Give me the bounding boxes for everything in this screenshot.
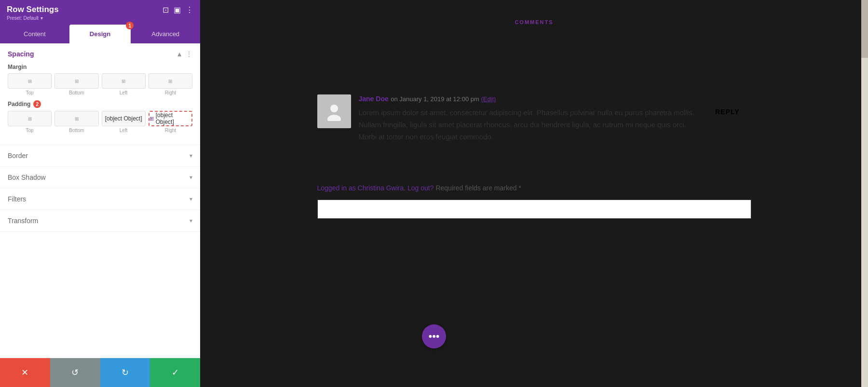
redo-button[interactable]: ↻: [100, 358, 150, 387]
padding-right-label: Right: [165, 128, 176, 133]
save-button[interactable]: ✓: [150, 358, 200, 387]
preview-content: COMMENTS What do you think? 12 Comments …: [200, 0, 868, 387]
filters-title: Filters: [8, 195, 26, 203]
right-panel: COMMENTS What do you think? 12 Comments …: [200, 0, 868, 387]
box-shadow-section[interactable]: Box Shadow ▾: [0, 167, 200, 188]
cancel-icon: ✕: [21, 367, 28, 378]
layout-icon[interactable]: ▣: [174, 5, 181, 14]
scrollbar-thumb[interactable]: [861, 0, 868, 58]
frame-icon[interactable]: ⊡: [163, 5, 169, 14]
spacing-header-icons: ▲ ⋮: [176, 50, 192, 58]
margin-left-link-icon: ⊞: [122, 79, 125, 84]
margin-group: Margin ⊞ Top ⊞ Bottom: [8, 64, 192, 95]
logged-in-link[interactable]: Logged in as Christina Gwira. Log out?: [317, 184, 434, 192]
padding-right-field: ⊞ [object Object] Right: [149, 111, 192, 133]
margin-top-label: Top: [26, 90, 34, 95]
padding-right-input[interactable]: ⊞ [object Object]: [149, 111, 192, 126]
margin-top-field: ⊞ Top: [8, 73, 52, 95]
margin-right-field: ⊞ Right: [149, 73, 192, 95]
padding-bottom-field: ⊞ Bottom: [54, 111, 98, 133]
padding-link-icon: ⊞: [149, 116, 154, 122]
border-title: Border: [8, 152, 28, 160]
comment-author-line: Jane Doe on January 1, 2019 at 12:00 pm …: [359, 94, 696, 103]
spacing-more-icon[interactable]: ⋮: [186, 50, 192, 58]
bottom-bar: ✕ ↺ ↻ ✓: [0, 358, 200, 387]
border-chevron: ▾: [190, 152, 192, 159]
margin-bottom-link-icon: ⊞: [75, 79, 79, 84]
padding-right-value: [object Object]: [156, 112, 191, 125]
padding-left-label: Left: [120, 128, 128, 133]
margin-right-label: Right: [165, 90, 176, 95]
padding-top-input[interactable]: ⊞: [8, 111, 52, 126]
transform-section[interactable]: Transform ▾: [0, 210, 200, 232]
panel-title: Row Settings: [7, 5, 59, 14]
spacing-title: Spacing: [8, 50, 34, 58]
preset-chevron: ▾: [41, 15, 43, 21]
padding-top-field: ⊞ Top: [8, 111, 52, 133]
margin-top-link-icon: ⊞: [28, 79, 32, 84]
spacing-header: Spacing ▲ ⋮: [8, 50, 192, 58]
comment-text: Lorem ipsum dolor sit amet, consectetur …: [359, 107, 696, 143]
margin-left-label: Left: [120, 90, 128, 95]
logged-in-text: Logged in as Christina Gwira. Log out? R…: [317, 184, 751, 192]
margin-top-input[interactable]: ⊞: [8, 73, 52, 89]
submit-heading: Submit a Comment: [317, 157, 751, 177]
save-icon: ✓: [172, 367, 179, 378]
comment-avatar: [317, 94, 351, 128]
preset-label[interactable]: Preset: Default ▾: [7, 15, 193, 21]
header-icon-group: ⊡ ▣ ⋮: [163, 5, 193, 14]
margin-left-input[interactable]: ⊞: [102, 73, 146, 89]
tab-content[interactable]: Content: [0, 25, 69, 43]
margin-inputs: ⊞ Top ⊞ Bottom ⊞ Left: [8, 73, 192, 95]
comment-textarea[interactable]: [317, 200, 751, 219]
padding-inputs: ⊞ Top ⊞ Bottom [object Object]: [8, 111, 192, 133]
margin-label: Margin: [8, 64, 27, 70]
spacing-section: Spacing ▲ ⋮ Margin ⊞ Top: [0, 43, 200, 145]
padding-bottom-label: Bottom: [69, 128, 84, 133]
float-button[interactable]: •••: [422, 324, 446, 348]
padding-badge: 2: [33, 100, 41, 108]
redo-icon: ↻: [122, 367, 129, 378]
comment-body: Jane Doe on January 1, 2019 at 12:00 pm …: [359, 94, 696, 143]
comment-meta: on January 1, 2019 at 12:00 pm (Edit): [391, 95, 496, 103]
border-section[interactable]: Border ▾: [0, 145, 200, 167]
padding-left-input[interactable]: [object Object]: [102, 111, 146, 126]
cancel-button[interactable]: ✕: [0, 358, 50, 387]
padding-top-label: Top: [26, 128, 34, 133]
float-button-icon: •••: [428, 330, 439, 343]
box-shadow-chevron: ▾: [190, 174, 192, 181]
tab-design-wrap: Design 1: [69, 25, 131, 43]
tab-design[interactable]: Design 1: [69, 25, 131, 43]
svg-point-0: [330, 105, 338, 112]
filters-chevron: ▾: [190, 196, 192, 202]
transform-chevron: ▾: [190, 217, 192, 224]
left-panel: Row Settings ⊡ ▣ ⋮ Preset: Default ▾ Con…: [0, 0, 200, 387]
comment-block: Jane Doe on January 1, 2019 at 12:00 pm …: [317, 94, 751, 143]
margin-right-link-icon: ⊞: [168, 79, 172, 84]
spacing-collapse-icon[interactable]: ▲: [176, 50, 183, 58]
padding-group: Padding 2 ⊞ Top ⊞ Bottom: [8, 100, 192, 133]
page-heading: What do you think?: [317, 33, 751, 60]
tab-advanced[interactable]: Advanced: [131, 25, 200, 43]
margin-right-input[interactable]: ⊞: [149, 73, 192, 89]
padding-left-field: [object Object] Left: [102, 111, 146, 133]
reply-button[interactable]: REPLY: [704, 100, 751, 123]
svg-point-1: [327, 115, 341, 121]
padding-bottom-input[interactable]: ⊞: [54, 111, 98, 126]
padding-left-value: [object Object]: [105, 115, 142, 122]
panel-content: Spacing ▲ ⋮ Margin ⊞ Top: [0, 43, 200, 387]
transform-title: Transform: [8, 217, 38, 225]
content-section: COMMENTS What do you think? 12 Comments …: [317, 19, 751, 221]
margin-left-field: ⊞ Left: [102, 73, 146, 95]
undo-button[interactable]: ↺: [50, 358, 100, 387]
margin-bottom-field: ⊞ Bottom: [54, 73, 98, 95]
padding-label: Padding: [8, 101, 30, 107]
panel-tabs: Content Design 1 Advanced: [0, 25, 200, 43]
filters-section[interactable]: Filters ▾: [0, 188, 200, 210]
comment-author[interactable]: Jane Doe: [359, 95, 389, 103]
margin-bottom-input[interactable]: ⊞: [54, 73, 98, 89]
panel-header: Row Settings ⊡ ▣ ⋮ Preset: Default ▾: [0, 0, 200, 25]
scrollbar-track[interactable]: [861, 0, 868, 387]
more-icon[interactable]: ⋮: [186, 5, 193, 14]
margin-bottom-label: Bottom: [69, 90, 84, 95]
